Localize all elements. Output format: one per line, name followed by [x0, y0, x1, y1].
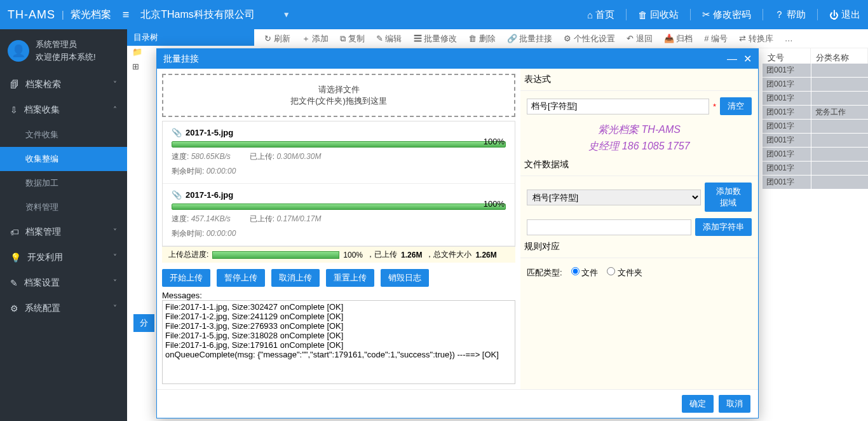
header-nav: ⌂ 首页 🗑 回收站 ✂ 修改密码 ？帮助 ⏻ 退出: [587, 9, 860, 21]
menu-toggle-icon[interactable]: ≡: [123, 8, 130, 22]
user-name: 系统管理员: [36, 38, 96, 51]
toolbar-个性化设置[interactable]: ⚙ 个性化设置: [564, 33, 615, 45]
destroy-log-button[interactable]: 销毁日志: [381, 269, 429, 287]
toolbar-删除[interactable]: 🗑 删除: [468, 33, 496, 45]
dialog-title: 批量挂接: [163, 53, 199, 65]
nav-home[interactable]: ⌂ 首页: [587, 9, 614, 21]
rule-title: 规则对应: [520, 236, 758, 258]
logo: TH-AMS: [8, 8, 55, 22]
message-line: File:2017-1-1.jpg, Size:302427 onComplet…: [165, 302, 512, 312]
nav-icon: ⚙: [10, 303, 18, 314]
minimize-icon[interactable]: —: [727, 53, 737, 65]
data-domain-select[interactable]: 档号[字符型]: [527, 190, 701, 205]
toolbar-复制[interactable]: ⧉ 复制: [340, 33, 365, 45]
toolbar-刷新[interactable]: ↻ 刷新: [264, 33, 290, 45]
toolbar-批量挂接[interactable]: 🔗 批量挂接: [507, 33, 553, 45]
table-row[interactable]: 团001字: [763, 120, 868, 134]
chevron-down-icon[interactable]: ▼: [283, 10, 290, 19]
expression-title: 表达式: [520, 69, 758, 91]
nav-password[interactable]: ✂ 修改密码: [702, 9, 751, 21]
upload-file-item: 2017-1-5.jpg 100% 速度: 580.65KB/s已上传: 0.3…: [163, 121, 515, 184]
table-row[interactable]: 团001字党务工作: [763, 106, 868, 120]
nav-logout[interactable]: ⏻ 退出: [829, 9, 860, 21]
pause-upload-button[interactable]: 暂停上传: [217, 269, 265, 287]
file-name: 2017-1-5.jpg: [172, 128, 506, 137]
toolbar-转换库[interactable]: ⇄ 转换库: [739, 33, 773, 45]
add-domain-button[interactable]: 添加数据域: [705, 183, 752, 212]
total-progress: 上传总进度: 100% ，已上传1.26M ，总文件大小1.26M: [162, 247, 515, 263]
dialog-header: 批量挂接 — ✕: [157, 49, 758, 69]
table-row[interactable]: 团001字: [763, 78, 868, 92]
sidebar-item[interactable]: ✎档案设置˅: [0, 270, 127, 296]
sidebar-item[interactable]: ⇩档案收集˄: [0, 97, 127, 123]
table-row[interactable]: 团001字: [763, 148, 868, 162]
file-percent: 100%: [484, 137, 505, 146]
start-upload-button[interactable]: 开始上传: [162, 269, 210, 287]
string-input[interactable]: [527, 219, 691, 235]
table-body: 团001字团001字团001字团001字党务工作团001字团001字团001字团…: [763, 64, 868, 190]
nav-icon: 💡: [10, 252, 21, 263]
messages-box[interactable]: File:2017-1-1.jpg, Size:302427 onComplet…: [162, 300, 515, 384]
message-line: File:2017-1-3.jpg, Size:276933 onComplet…: [165, 321, 512, 331]
sidebar-item[interactable]: 🏷档案管理˅: [0, 219, 127, 245]
nav-icon: ✎: [10, 278, 18, 288]
table-row[interactable]: 团001字: [763, 92, 868, 106]
toolbar-编辑[interactable]: ✎ 编辑: [376, 33, 402, 45]
config-panel: 表达式 * 清空 紫光档案 TH-AMS 史经理 186 1085 1757 文…: [520, 69, 758, 389]
upload-panel: 请选择文件 把文件(文件夹)拖拽到这里 2017-1-5.jpg 100% 速度…: [157, 69, 520, 389]
messages-label: Messages:: [162, 291, 515, 300]
reset-upload-button[interactable]: 重置上传: [326, 269, 374, 287]
tree-header: 目录树: [127, 29, 254, 46]
message-line: File:2017-1-2.jpg, Size:241129 onComplet…: [165, 312, 512, 321]
app-header: TH-AMS | 紫光档案 ≡ 北京THams科技有限公司 ▼ ⌂ 首页 🗑 回…: [0, 0, 868, 29]
cancel-upload-button[interactable]: 取消上传: [271, 269, 320, 287]
nav-help[interactable]: ？帮助: [775, 9, 806, 21]
table-row[interactable]: 团001字: [763, 134, 868, 148]
table-row[interactable]: 团001字: [763, 64, 868, 78]
cancel-button[interactable]: 取消: [719, 395, 750, 413]
required-mark: *: [713, 102, 716, 111]
match-type-row: 匹配类型: 文件 文件夹: [527, 265, 752, 281]
toolbar-more[interactable]: …: [785, 34, 793, 43]
sidebar-item[interactable]: ⚙系统配置˅: [0, 296, 127, 321]
sidebar-subitem[interactable]: 资料管理: [0, 195, 127, 219]
sidebar-item[interactable]: 💡开发利用˅: [0, 245, 127, 270]
toolbar-退回[interactable]: ↶ 退回: [627, 33, 653, 45]
sidebar-subitem[interactable]: 文件收集: [0, 123, 127, 147]
table-row[interactable]: 团001字: [763, 162, 868, 176]
sidebar-subitem[interactable]: 数据加工: [0, 171, 127, 195]
upload-list: 2017-1-5.jpg 100% 速度: 580.65KB/s已上传: 0.3…: [162, 121, 515, 247]
radio-folder[interactable]: 文件夹: [607, 267, 642, 279]
avatar: 👤: [8, 40, 29, 62]
clear-button[interactable]: 清空: [720, 97, 752, 115]
radio-file[interactable]: 文件: [571, 267, 599, 279]
logo-separator: |: [62, 10, 64, 20]
company-name[interactable]: 北京THams科技有限公司: [140, 8, 255, 22]
toolbar-编号[interactable]: # 编号: [704, 33, 728, 45]
watermark: 紫光档案 TH-AMS 史经理 186 1085 1757: [527, 121, 752, 154]
message-line: onQueueComplete(msg: {"message":"","star…: [165, 350, 512, 359]
dropzone[interactable]: 请选择文件 把文件(文件夹)拖拽到这里: [162, 74, 515, 117]
data-domain-title: 文件数据域: [520, 154, 758, 176]
nav-recycle[interactable]: 🗑 回收站: [638, 9, 679, 21]
message-line: File:2017-1-5.jpg, Size:318028 onComplet…: [165, 331, 512, 340]
toolbar-归档[interactable]: 📥 归档: [664, 33, 693, 45]
tab-button[interactable]: 分: [133, 314, 154, 332]
sidebar-item[interactable]: 🗐档案检索˅: [0, 72, 127, 97]
expression-input[interactable]: [527, 99, 709, 114]
nav-icon: ⇩: [10, 105, 18, 115]
sidebar: 👤 系统管理员 欢迎使用本系统! 🗐档案检索˅⇩档案收集˄文件收集收集整编数据加…: [0, 29, 127, 421]
upload-file-item: 2017-1-6.jpg 100% 速度: 457.14KB/s已上传: 0.1…: [163, 184, 515, 246]
ok-button[interactable]: 确定: [682, 395, 714, 413]
progress-bar: [172, 204, 506, 210]
file-percent: 100%: [484, 199, 505, 209]
table-row[interactable]: 团001字: [763, 176, 868, 190]
dialog-footer: 确定 取消: [157, 389, 758, 418]
batch-link-dialog: 批量挂接 — ✕ 请选择文件 把文件(文件夹)拖拽到这里 2017-1-5.jp…: [156, 48, 759, 418]
sidebar-subitem[interactable]: 收集整编: [0, 147, 127, 171]
toolbar-添加[interactable]: ＋ 添加: [302, 33, 329, 45]
add-string-button[interactable]: 添加字符串: [695, 218, 752, 236]
toolbar-批量修改[interactable]: ☰ 批量修改: [414, 33, 458, 45]
nav-icon: 🗐: [10, 79, 19, 90]
close-icon[interactable]: ✕: [743, 53, 752, 65]
